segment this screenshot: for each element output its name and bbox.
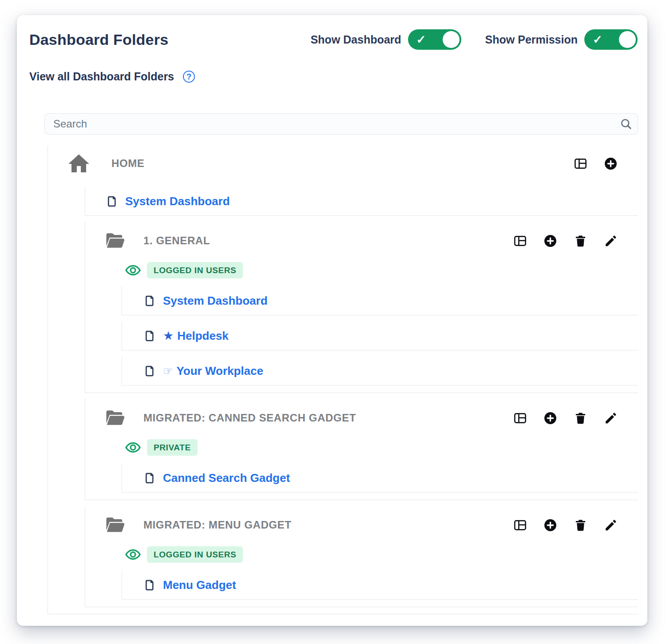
edit-icon[interactable] [603,518,618,532]
folder-icon [101,230,128,251]
dashboard-folders-panel: Dashboard Folders Show Dashboard ✓ Show … [17,15,647,626]
document-icon [144,329,156,343]
search-input[interactable] [44,113,638,135]
page-title: Dashboard Folders [29,31,168,48]
document-icon [144,471,156,485]
dashboard-link-helpdesk[interactable]: Helpdesk [177,329,229,343]
folder-header-row: MIGRATED: CANNED SEARCH GADGET [85,399,638,437]
permission-row: LOGGED IN USERS [85,260,638,280]
delete-icon[interactable] [573,411,587,425]
folder-name: 1. GENERAL [143,235,210,247]
check-icon: ✓ [593,33,603,47]
dashboard-link-canned-search-gadget[interactable]: Canned Search Gadget [163,471,290,485]
home-header-row: HOME [48,146,638,181]
document-icon [106,195,118,208]
show-permission-label: Show Permission [485,33,578,46]
view-all-heading: View all Dashboard Folders [29,70,174,83]
permission-badge: LOGGED IN USERS [147,546,243,563]
list-item: ☞ Your Workplace [122,357,638,386]
search-box [44,113,638,135]
folder-node-canned-search: MIGRATED: CANNED SEARCH GADGET PRIVATE [85,399,638,500]
add-icon[interactable] [543,411,557,425]
folder-actions [513,518,638,532]
layout-icon[interactable] [573,156,587,171]
folder-header-row: 1. GENERAL [85,222,638,260]
search-icon[interactable] [620,118,632,130]
pointing-hand-icon: ☞ [163,365,173,378]
folder-name: MIGRATED: MENU GADGET [143,519,291,531]
add-icon[interactable] [543,234,557,248]
subheader: View all Dashboard Folders ? [29,70,647,83]
folder-header-row: MIGRATED: MENU GADGET [85,506,638,544]
delete-icon[interactable] [573,518,587,532]
permission-badge: LOGGED IN USERS [147,262,243,278]
edit-icon[interactable] [603,234,618,248]
dashboard-link-menu-gadget[interactable]: Menu Gadget [163,578,236,592]
layout-icon[interactable] [513,411,527,425]
show-permission-toggle[interactable]: ✓ [584,29,638,50]
folder-actions [513,234,638,248]
check-icon: ✓ [416,33,426,47]
eye-icon [124,439,142,456]
delete-icon[interactable] [573,234,587,248]
layout-icon[interactable] [513,518,527,532]
folder-icon [101,514,128,536]
dashboard-link-your-workplace[interactable]: Your Workplace [176,364,263,378]
folder-icon [101,407,128,429]
list-item: ★ Helpdesk [122,322,638,350]
document-icon [144,578,156,592]
show-dashboard-label: Show Dashboard [310,33,401,46]
permission-row: PRIVATE [85,437,638,457]
folder-node-menu-gadget: MIGRATED: MENU GADGET LOGGED IN USERS [85,506,638,607]
folder-actions [513,411,638,425]
dashboard-link-system-dashboard[interactable]: System Dashboard [125,195,230,208]
eye-icon [124,262,142,279]
permission-row: LOGGED IN USERS [85,544,638,564]
edit-icon[interactable] [603,411,618,425]
home-node: HOME System Dashboard 1. GENERAL [48,146,638,614]
permission-badge: PRIVATE [147,439,198,456]
home-label: HOME [111,157,144,170]
add-icon[interactable] [543,518,557,532]
toggle-knob [443,31,460,48]
list-item: System Dashboard [85,187,638,216]
show-dashboard-toggle[interactable]: ✓ [408,29,461,50]
home-actions [573,156,638,171]
help-icon[interactable]: ? [183,71,195,83]
folder-name: MIGRATED: CANNED SEARCH GADGET [143,412,356,424]
eye-icon [124,546,142,563]
layout-icon[interactable] [513,234,527,248]
folder-tree: HOME System Dashboard 1. GENERAL [48,146,638,614]
document-icon [144,294,156,308]
list-item: Canned Search Gadget [122,464,638,493]
add-icon[interactable] [603,156,618,171]
toggle-knob [619,31,636,48]
home-icon [67,151,91,176]
list-item: Menu Gadget [122,571,638,600]
list-item: System Dashboard [122,286,638,315]
folder-node-general: 1. GENERAL LOGGED IN USERS [85,222,638,393]
show-permission-toggle-group: Show Permission ✓ [485,29,638,50]
star-icon: ★ [163,329,174,343]
show-dashboard-toggle-group: Show Dashboard ✓ [310,29,461,50]
document-icon [144,364,156,378]
header: Dashboard Folders Show Dashboard ✓ Show … [29,29,638,50]
dashboard-link-system-dashboard[interactable]: System Dashboard [163,294,268,308]
